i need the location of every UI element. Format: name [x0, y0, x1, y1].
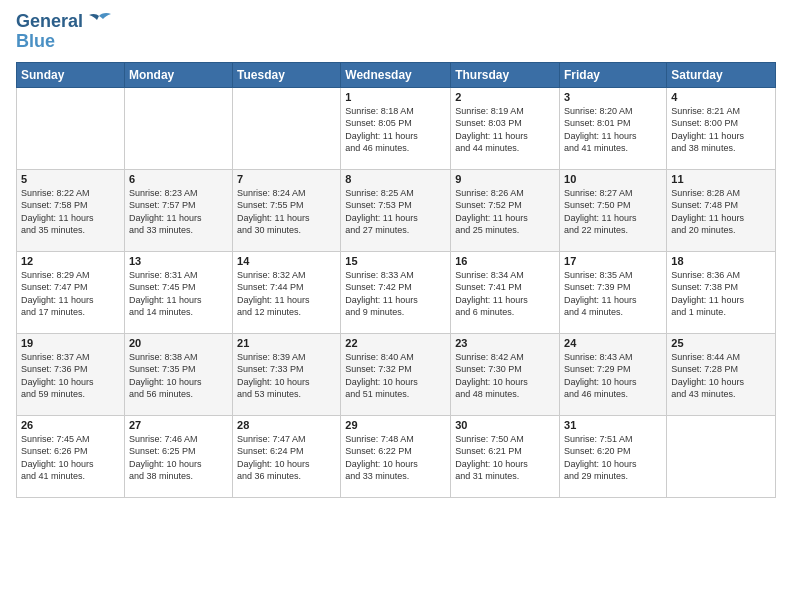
calendar-cell: 8Sunrise: 8:25 AM Sunset: 7:53 PM Daylig…	[341, 169, 451, 251]
day-number: 24	[564, 337, 662, 349]
calendar-cell: 16Sunrise: 8:34 AM Sunset: 7:41 PM Dayli…	[451, 251, 560, 333]
day-info: Sunrise: 8:22 AM Sunset: 7:58 PM Dayligh…	[21, 187, 120, 237]
day-number: 9	[455, 173, 555, 185]
calendar-cell: 18Sunrise: 8:36 AM Sunset: 7:38 PM Dayli…	[667, 251, 776, 333]
calendar-cell	[124, 87, 232, 169]
day-info: Sunrise: 8:32 AM Sunset: 7:44 PM Dayligh…	[237, 269, 336, 319]
calendar-cell: 27Sunrise: 7:46 AM Sunset: 6:25 PM Dayli…	[124, 415, 232, 497]
calendar-cell: 20Sunrise: 8:38 AM Sunset: 7:35 PM Dayli…	[124, 333, 232, 415]
day-number: 5	[21, 173, 120, 185]
logo: GeneralBlue	[16, 12, 113, 52]
calendar-cell: 24Sunrise: 8:43 AM Sunset: 7:29 PM Dayli…	[560, 333, 667, 415]
day-number: 29	[345, 419, 446, 431]
day-info: Sunrise: 8:34 AM Sunset: 7:41 PM Dayligh…	[455, 269, 555, 319]
day-number: 30	[455, 419, 555, 431]
weekday-header-friday: Friday	[560, 62, 667, 87]
day-info: Sunrise: 8:36 AM Sunset: 7:38 PM Dayligh…	[671, 269, 771, 319]
day-number: 31	[564, 419, 662, 431]
calendar-cell: 6Sunrise: 8:23 AM Sunset: 7:57 PM Daylig…	[124, 169, 232, 251]
day-info: Sunrise: 8:42 AM Sunset: 7:30 PM Dayligh…	[455, 351, 555, 401]
weekday-header-thursday: Thursday	[451, 62, 560, 87]
day-info: Sunrise: 8:40 AM Sunset: 7:32 PM Dayligh…	[345, 351, 446, 401]
day-number: 15	[345, 255, 446, 267]
day-info: Sunrise: 8:18 AM Sunset: 8:05 PM Dayligh…	[345, 105, 446, 155]
page: GeneralBlue SundayMondayTuesdayWednesday…	[0, 0, 792, 612]
calendar-cell: 23Sunrise: 8:42 AM Sunset: 7:30 PM Dayli…	[451, 333, 560, 415]
day-info: Sunrise: 7:45 AM Sunset: 6:26 PM Dayligh…	[21, 433, 120, 483]
day-number: 23	[455, 337, 555, 349]
day-info: Sunrise: 8:24 AM Sunset: 7:55 PM Dayligh…	[237, 187, 336, 237]
day-number: 2	[455, 91, 555, 103]
day-info: Sunrise: 7:47 AM Sunset: 6:24 PM Dayligh…	[237, 433, 336, 483]
calendar-cell: 17Sunrise: 8:35 AM Sunset: 7:39 PM Dayli…	[560, 251, 667, 333]
calendar-cell: 30Sunrise: 7:50 AM Sunset: 6:21 PM Dayli…	[451, 415, 560, 497]
weekday-header-saturday: Saturday	[667, 62, 776, 87]
calendar-cell: 10Sunrise: 8:27 AM Sunset: 7:50 PM Dayli…	[560, 169, 667, 251]
calendar-cell: 5Sunrise: 8:22 AM Sunset: 7:58 PM Daylig…	[17, 169, 125, 251]
day-number: 10	[564, 173, 662, 185]
day-number: 16	[455, 255, 555, 267]
day-info: Sunrise: 8:38 AM Sunset: 7:35 PM Dayligh…	[129, 351, 228, 401]
day-number: 12	[21, 255, 120, 267]
calendar-cell: 21Sunrise: 8:39 AM Sunset: 7:33 PM Dayli…	[233, 333, 341, 415]
weekday-header-tuesday: Tuesday	[233, 62, 341, 87]
calendar-cell	[17, 87, 125, 169]
day-info: Sunrise: 7:46 AM Sunset: 6:25 PM Dayligh…	[129, 433, 228, 483]
day-number: 4	[671, 91, 771, 103]
calendar-cell: 3Sunrise: 8:20 AM Sunset: 8:01 PM Daylig…	[560, 87, 667, 169]
calendar-cell: 22Sunrise: 8:40 AM Sunset: 7:32 PM Dayli…	[341, 333, 451, 415]
day-info: Sunrise: 8:26 AM Sunset: 7:52 PM Dayligh…	[455, 187, 555, 237]
calendar-cell: 15Sunrise: 8:33 AM Sunset: 7:42 PM Dayli…	[341, 251, 451, 333]
day-info: Sunrise: 8:31 AM Sunset: 7:45 PM Dayligh…	[129, 269, 228, 319]
day-number: 14	[237, 255, 336, 267]
calendar-cell: 12Sunrise: 8:29 AM Sunset: 7:47 PM Dayli…	[17, 251, 125, 333]
day-number: 22	[345, 337, 446, 349]
day-number: 20	[129, 337, 228, 349]
calendar-cell: 9Sunrise: 8:26 AM Sunset: 7:52 PM Daylig…	[451, 169, 560, 251]
day-number: 7	[237, 173, 336, 185]
calendar-cell: 26Sunrise: 7:45 AM Sunset: 6:26 PM Dayli…	[17, 415, 125, 497]
day-info: Sunrise: 8:21 AM Sunset: 8:00 PM Dayligh…	[671, 105, 771, 155]
calendar-cell: 31Sunrise: 7:51 AM Sunset: 6:20 PM Dayli…	[560, 415, 667, 497]
calendar-cell: 11Sunrise: 8:28 AM Sunset: 7:48 PM Dayli…	[667, 169, 776, 251]
day-number: 6	[129, 173, 228, 185]
day-number: 3	[564, 91, 662, 103]
day-info: Sunrise: 8:44 AM Sunset: 7:28 PM Dayligh…	[671, 351, 771, 401]
day-number: 8	[345, 173, 446, 185]
day-info: Sunrise: 8:28 AM Sunset: 7:48 PM Dayligh…	[671, 187, 771, 237]
calendar-cell	[667, 415, 776, 497]
header: GeneralBlue	[16, 12, 776, 52]
day-info: Sunrise: 8:43 AM Sunset: 7:29 PM Dayligh…	[564, 351, 662, 401]
weekday-header-sunday: Sunday	[17, 62, 125, 87]
day-number: 28	[237, 419, 336, 431]
day-info: Sunrise: 8:27 AM Sunset: 7:50 PM Dayligh…	[564, 187, 662, 237]
day-info: Sunrise: 8:39 AM Sunset: 7:33 PM Dayligh…	[237, 351, 336, 401]
day-number: 25	[671, 337, 771, 349]
calendar-cell: 14Sunrise: 8:32 AM Sunset: 7:44 PM Dayli…	[233, 251, 341, 333]
calendar-cell: 25Sunrise: 8:44 AM Sunset: 7:28 PM Dayli…	[667, 333, 776, 415]
day-info: Sunrise: 8:33 AM Sunset: 7:42 PM Dayligh…	[345, 269, 446, 319]
day-number: 1	[345, 91, 446, 103]
day-info: Sunrise: 7:50 AM Sunset: 6:21 PM Dayligh…	[455, 433, 555, 483]
calendar-cell: 2Sunrise: 8:19 AM Sunset: 8:03 PM Daylig…	[451, 87, 560, 169]
calendar-cell	[233, 87, 341, 169]
day-number: 11	[671, 173, 771, 185]
calendar-cell: 19Sunrise: 8:37 AM Sunset: 7:36 PM Dayli…	[17, 333, 125, 415]
day-info: Sunrise: 8:25 AM Sunset: 7:53 PM Dayligh…	[345, 187, 446, 237]
calendar-cell: 1Sunrise: 8:18 AM Sunset: 8:05 PM Daylig…	[341, 87, 451, 169]
day-number: 13	[129, 255, 228, 267]
day-number: 19	[21, 337, 120, 349]
day-number: 26	[21, 419, 120, 431]
logo-text: GeneralBlue	[16, 12, 83, 52]
day-info: Sunrise: 8:23 AM Sunset: 7:57 PM Dayligh…	[129, 187, 228, 237]
calendar-cell: 4Sunrise: 8:21 AM Sunset: 8:00 PM Daylig…	[667, 87, 776, 169]
calendar-cell: 29Sunrise: 7:48 AM Sunset: 6:22 PM Dayli…	[341, 415, 451, 497]
calendar-cell: 28Sunrise: 7:47 AM Sunset: 6:24 PM Dayli…	[233, 415, 341, 497]
weekday-header-wednesday: Wednesday	[341, 62, 451, 87]
day-number: 27	[129, 419, 228, 431]
day-info: Sunrise: 8:20 AM Sunset: 8:01 PM Dayligh…	[564, 105, 662, 155]
day-info: Sunrise: 7:51 AM Sunset: 6:20 PM Dayligh…	[564, 433, 662, 483]
day-info: Sunrise: 8:19 AM Sunset: 8:03 PM Dayligh…	[455, 105, 555, 155]
day-info: Sunrise: 7:48 AM Sunset: 6:22 PM Dayligh…	[345, 433, 446, 483]
calendar: SundayMondayTuesdayWednesdayThursdayFrid…	[16, 62, 776, 498]
